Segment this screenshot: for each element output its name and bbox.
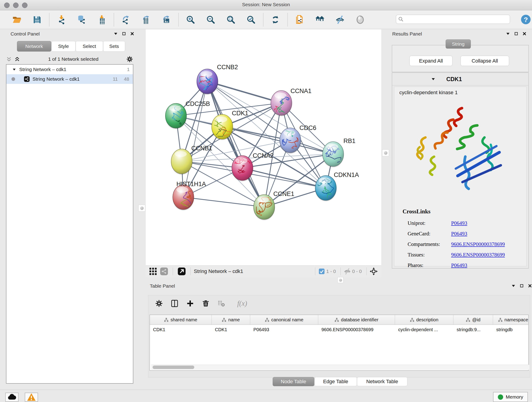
node-CDC6[interactable] bbox=[279, 128, 301, 153]
zoom-in-button[interactable] bbox=[185, 14, 196, 25]
network-collection-row[interactable]: String Network – cdk1 1 bbox=[6, 65, 133, 74]
column-header-namespace[interactable]: namespace bbox=[493, 315, 532, 325]
search-input[interactable] bbox=[406, 15, 508, 23]
cloud-button[interactable] bbox=[5, 393, 19, 402]
table-cell[interactable]: stringdb bbox=[493, 325, 532, 334]
string-protein-query-button[interactable] bbox=[294, 14, 305, 25]
column-header--id[interactable]: @id bbox=[453, 315, 493, 325]
float-panel-icon[interactable] bbox=[520, 284, 524, 288]
show-grid-button[interactable] bbox=[149, 267, 157, 275]
zoom-selected-button[interactable] bbox=[246, 14, 256, 25]
save-session-button[interactable] bbox=[32, 14, 42, 25]
edge-CCNB2-CCNA1[interactable] bbox=[207, 81, 281, 103]
node-CCNE1[interactable] bbox=[253, 195, 275, 220]
export-image-button[interactable] bbox=[161, 14, 172, 25]
create-column-button[interactable] bbox=[186, 299, 196, 308]
node-CDK1[interactable] bbox=[211, 114, 233, 140]
table-cell[interactable]: 9606.ENSP00000378699 bbox=[318, 325, 395, 334]
splitter-handle-right[interactable] bbox=[382, 149, 389, 156]
network-canvas[interactable]: CCNB2CCNA1CDC25BCDK1CDC6RB1CCNB1CCNA2CDK… bbox=[146, 29, 381, 265]
table-options-button[interactable] bbox=[155, 299, 165, 308]
column-header-description[interactable]: description bbox=[395, 315, 453, 325]
table-cell[interactable]: CDK1 bbox=[212, 325, 250, 334]
close-panel-icon[interactable] bbox=[130, 32, 134, 36]
table-cell[interactable]: cyclin-dependent ... bbox=[395, 325, 453, 334]
tab-sets[interactable]: Sets bbox=[103, 41, 125, 51]
edge-CCNB2-HIST1H1A[interactable] bbox=[183, 81, 207, 197]
detach-view-button[interactable] bbox=[177, 267, 186, 275]
node-CCNB1[interactable] bbox=[171, 149, 192, 175]
node-HIST1H1A[interactable] bbox=[172, 185, 194, 211]
horizontal-scrollbar[interactable] bbox=[151, 365, 530, 370]
apply-preferred-layout-button[interactable] bbox=[270, 14, 281, 25]
float-panel-icon[interactable] bbox=[122, 32, 126, 36]
column-header-database-identifier[interactable]: database identifier bbox=[318, 315, 395, 325]
memory-button[interactable]: Memory bbox=[493, 392, 528, 402]
help-button[interactable]: ? bbox=[520, 14, 531, 25]
tab-node-table[interactable]: Node Table bbox=[273, 377, 314, 386]
collapse-all-networks-icon[interactable] bbox=[6, 56, 12, 62]
gene-expander-icon[interactable] bbox=[431, 77, 435, 81]
export-network-button[interactable] bbox=[121, 14, 131, 25]
expand-all-button[interactable]: Expand All bbox=[409, 56, 452, 66]
crosslink-link[interactable]: P06493 bbox=[451, 231, 467, 237]
hide-panels-button[interactable] bbox=[335, 14, 345, 25]
tab-network[interactable]: Network bbox=[17, 41, 51, 51]
tab-string[interactable]: String bbox=[446, 39, 471, 49]
birds-eye-view-icon[interactable] bbox=[370, 268, 378, 275]
network-overview-button[interactable] bbox=[315, 14, 325, 25]
close-panel-icon[interactable] bbox=[528, 284, 532, 288]
tab-style[interactable]: Style bbox=[51, 41, 76, 51]
gene-section-header[interactable]: CDK1 bbox=[392, 73, 528, 85]
column-header-canonical-name[interactable]: canonical name bbox=[250, 315, 318, 325]
warnings-button[interactable] bbox=[25, 393, 38, 402]
export-table-button[interactable] bbox=[141, 14, 152, 25]
import-table-from-file-button[interactable] bbox=[96, 14, 107, 25]
scrollbar-thumb[interactable] bbox=[152, 366, 194, 369]
show-columns-button[interactable] bbox=[171, 299, 181, 308]
table-cell[interactable]: stringdb:9... bbox=[453, 325, 493, 334]
splitter-handle-left[interactable] bbox=[138, 205, 145, 211]
edge-CDK1-RB1[interactable] bbox=[222, 127, 333, 154]
edge-CCNB2-CCNE1[interactable] bbox=[207, 81, 264, 207]
table-cell[interactable]: P06493 bbox=[250, 325, 318, 334]
tab-network-table[interactable]: Network Table bbox=[357, 377, 407, 386]
zoom-fit-button[interactable] bbox=[226, 14, 236, 25]
string-settings-button[interactable] bbox=[160, 267, 168, 275]
panel-menu-icon[interactable] bbox=[506, 32, 510, 36]
tab-select[interactable]: Select bbox=[76, 41, 103, 51]
float-panel-icon[interactable] bbox=[514, 32, 518, 36]
collapse-all-button[interactable]: Collapse All bbox=[461, 56, 509, 66]
node-CDC25B[interactable] bbox=[165, 103, 187, 129]
node-CCNA2[interactable] bbox=[232, 156, 253, 181]
crosslink-link[interactable]: 9606.ENSP00000378699 bbox=[451, 252, 505, 258]
node-CDKN1A[interactable] bbox=[315, 176, 336, 201]
crosslink-link[interactable]: 9606.ENSP00000378699 bbox=[451, 241, 505, 247]
edge-CCNE1-HIST1H1A[interactable] bbox=[183, 197, 264, 207]
collection-expander-icon[interactable] bbox=[12, 68, 16, 71]
function-builder-button[interactable]: f(x) bbox=[233, 299, 251, 308]
tab-edge-table[interactable]: Edge Table bbox=[314, 377, 357, 386]
network-list-options-icon[interactable] bbox=[127, 56, 133, 62]
delete-column-button[interactable] bbox=[202, 299, 212, 308]
close-panel-icon[interactable] bbox=[522, 32, 526, 36]
selected-items-icon[interactable] bbox=[318, 268, 325, 274]
node-CCNA1[interactable] bbox=[271, 90, 292, 116]
crosslink-link[interactable]: P06493 bbox=[451, 262, 467, 268]
import-network-from-file-button[interactable] bbox=[56, 14, 67, 25]
network-row[interactable]: String Network – cdk1 11 48 bbox=[6, 74, 133, 84]
expand-all-networks-icon[interactable] bbox=[14, 56, 20, 62]
column-header-name[interactable]: name bbox=[212, 315, 250, 325]
node-RB1[interactable] bbox=[322, 142, 344, 167]
open-session-button[interactable] bbox=[12, 14, 22, 25]
table-row[interactable]: CDK1CDK1P064939606.ENSP00000378699cyclin… bbox=[150, 325, 528, 334]
panel-menu-icon[interactable] bbox=[114, 32, 118, 36]
crosslink-link[interactable]: P06493 bbox=[451, 220, 467, 226]
preview-button[interactable] bbox=[355, 14, 365, 25]
delete-table-button[interactable] bbox=[218, 299, 227, 308]
import-network-from-database-button[interactable] bbox=[76, 14, 87, 25]
panel-menu-icon[interactable] bbox=[511, 284, 515, 288]
zoom-out-button[interactable] bbox=[206, 14, 216, 25]
column-header-shared-name[interactable]: shared name bbox=[150, 315, 212, 325]
table-cell[interactable]: CDK1 bbox=[150, 325, 212, 334]
